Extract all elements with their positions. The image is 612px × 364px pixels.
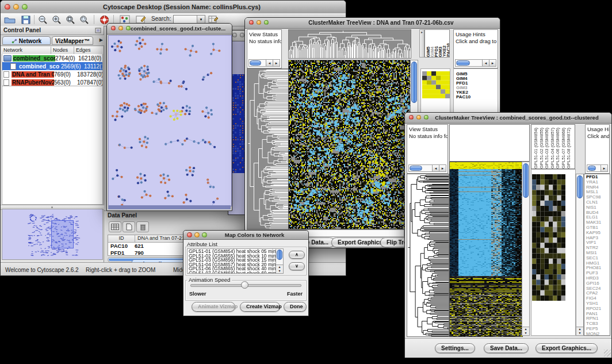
- float-panel-icon[interactable]: [95, 28, 101, 33]
- open-file-button[interactable]: [3, 14, 17, 25]
- resize-grip[interactable]: [604, 350, 611, 357]
- column-header-edges[interactable]: Edges: [74, 47, 103, 54]
- scroll-thumb[interactable]: [410, 166, 422, 171]
- network-window-title-bar[interactable]: combined_scores_good.txt--cluste...: [107, 24, 232, 35]
- main-title-bar[interactable]: Cytoscape Desktop (Session Name: collins…: [1, 1, 346, 14]
- vscroll-thumb[interactable]: [577, 175, 583, 198]
- close-button[interactable]: [5, 4, 10, 10]
- scroll-up-button[interactable]: ▴: [579, 327, 580, 331]
- vscroll-buttons[interactable]: ▴▾: [522, 327, 529, 335]
- zoom-heatmap-canvas[interactable]: [532, 174, 565, 301]
- scroll-down-button[interactable]: ▾: [278, 269, 280, 273]
- minimize-button[interactable]: [13, 4, 19, 10]
- scroll-left-button[interactable]: ◂: [432, 165, 439, 171]
- scroll-track[interactable]: [456, 60, 482, 66]
- tab-network[interactable]: Network: [2, 36, 51, 45]
- list-vscrollbar[interactable]: ▴▾: [276, 249, 283, 273]
- heatmap-vscrollbar[interactable]: ▴▾: [522, 162, 530, 336]
- scroll-thumb[interactable]: [250, 60, 261, 66]
- network-tree-row[interactable]: combined_sco2569(6)13112(15): [2, 62, 102, 70]
- button-save-data-[interactable]: Save Data...: [484, 343, 529, 353]
- tab-overflow-button[interactable]: ▶: [100, 37, 103, 43]
- move-down-button[interactable]: ∨: [289, 262, 305, 270]
- minimize-button[interactable]: [194, 232, 200, 237]
- close-button[interactable]: [249, 20, 254, 25]
- minimize-button[interactable]: [257, 20, 261, 25]
- network-tree-row[interactable]: RNAPuberNov2+I563(0)107847(0): [2, 78, 102, 86]
- scroll-right-button[interactable]: ▸: [273, 60, 280, 66]
- minimize-button[interactable]: [416, 115, 421, 120]
- scroll-thumb[interactable]: [456, 60, 470, 66]
- dialog-title-bar[interactable]: Map Colors to Network: [183, 231, 308, 240]
- birdseye-canvas[interactable]: [3, 210, 102, 259]
- close-button[interactable]: [187, 232, 192, 237]
- zoom-in-icon: [52, 15, 62, 25]
- search-dropdown-arrow[interactable]: ▾: [197, 16, 205, 23]
- create-vizmap-button[interactable]: Create Vizmap: [240, 302, 280, 312]
- scroll-left-button[interactable]: ◂: [482, 60, 489, 66]
- button-export-graphics-[interactable]: Export Graphics...: [536, 343, 598, 353]
- vscroll-buttons[interactable]: ▴▾: [276, 265, 283, 273]
- attribute-list-item[interactable]: GPL51-07 (GSM868) heat shock 60 min: [189, 271, 276, 274]
- table-view-button[interactable]: [109, 221, 121, 232]
- vscroll-thumb[interactable]: [523, 163, 529, 198]
- column-header-id[interactable]: ID: [108, 235, 135, 242]
- delete-attribute-button[interactable]: [136, 221, 149, 232]
- scroll-track[interactable]: [249, 60, 266, 66]
- hints-hscrollbar[interactable]: ◂ ▸: [455, 59, 496, 67]
- zoom-selected-button[interactable]: [78, 14, 91, 25]
- attribute-listbox[interactable]: GPL51-01 (GSM854) heat shock 05 minGPL51…: [187, 248, 284, 274]
- scroll-down-button[interactable]: ▾: [525, 331, 526, 335]
- row-dendrogram-canvas[interactable]: [407, 174, 449, 337]
- scroll-up-button[interactable]: ▴: [525, 327, 526, 331]
- scroll-track[interactable]: [409, 165, 432, 171]
- search-input[interactable]: [174, 16, 198, 23]
- vscroll-buttons[interactable]: ▴▾: [576, 327, 583, 335]
- status-hscrollbar[interactable]: ◂ ▸: [248, 59, 280, 67]
- gene-list-vscrollbar[interactable]: ▴▾: [576, 174, 584, 336]
- scroll-thumb[interactable]: [588, 166, 596, 171]
- speed-slider-thumb[interactable]: [241, 281, 248, 289]
- tab-vizmapper[interactable]: VizMapper™: [52, 36, 93, 45]
- scroll-up-button[interactable]: ▴: [278, 265, 280, 269]
- save-session-button[interactable]: [19, 14, 33, 25]
- new-attribute-button[interactable]: [123, 221, 135, 232]
- status-hscrollbar[interactable]: ◂ ▸: [408, 164, 446, 172]
- scroll-right-button[interactable]: ▸: [439, 165, 446, 171]
- vscroll-thumb[interactable]: [277, 250, 282, 260]
- zoom-in-button[interactable]: [50, 14, 64, 25]
- network-name: combined_scores: [13, 55, 55, 62]
- scroll-track[interactable]: [587, 165, 600, 171]
- column-header-nodes[interactable]: Nodes: [51, 47, 74, 54]
- zoom-out-button[interactable]: [36, 14, 50, 25]
- scroll-right-button[interactable]: ▸: [489, 60, 496, 66]
- scroll-left-button[interactable]: ◂: [266, 60, 273, 66]
- move-up-button[interactable]: ∧: [289, 251, 305, 259]
- global-heatmap-canvas[interactable]: [449, 162, 523, 337]
- zoom-fit-icon: [66, 15, 76, 25]
- global-heatmap-canvas[interactable]: [288, 60, 411, 229]
- button-settings-[interactable]: Settings...: [435, 343, 475, 353]
- treeview1-title-bar[interactable]: ClusterMaker TreeView : DNA and Tran 07-…: [245, 18, 500, 29]
- scroll-down-button[interactable]: ▾: [579, 331, 580, 335]
- scroll-right-button[interactable]: ▸: [600, 165, 607, 171]
- network-canvas[interactable]: [108, 35, 232, 206]
- column-header-network[interactable]: Network: [2, 47, 51, 54]
- hints-hscrollbar[interactable]: ▸: [587, 164, 608, 172]
- close-button[interactable]: [232, 33, 237, 37]
- zoom-heatmap-canvas[interactable]: [422, 71, 450, 98]
- animate-vizmap-button[interactable]: Animate Vizmap: [192, 302, 235, 312]
- treeview2-title-bar[interactable]: ClusterMaker TreeView : combined_scores_…: [405, 113, 611, 124]
- column-dendrogram-canvas[interactable]: [288, 29, 411, 59]
- minimize-button[interactable]: [240, 33, 244, 37]
- minimize-button[interactable]: [118, 26, 123, 30]
- network-tree-row[interactable]: combined_scores2764(0)16218(0): [2, 54, 102, 62]
- network-tree-row[interactable]: DNA and Tran 07769(0)183728(0): [2, 70, 102, 78]
- vscroll-thumb[interactable]: [411, 62, 417, 103]
- done-button[interactable]: Done: [284, 302, 307, 312]
- close-button[interactable]: [409, 115, 414, 120]
- row-dendrogram-canvas[interactable]: [247, 68, 289, 229]
- close-button[interactable]: [111, 26, 116, 30]
- tree-splitter[interactable]: ▸: [419, 29, 424, 58]
- zoom-fit-button[interactable]: [64, 14, 78, 25]
